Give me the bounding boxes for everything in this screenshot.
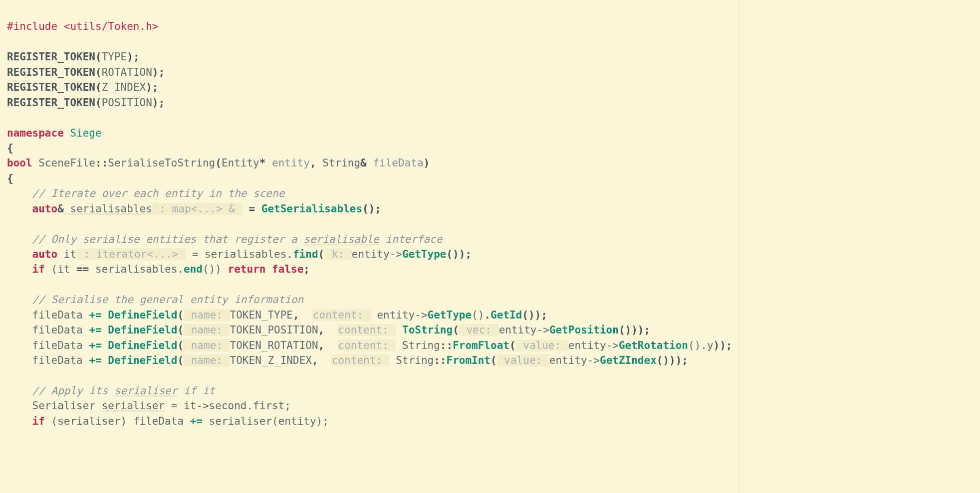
- brace: {: [7, 172, 13, 184]
- param-hint-name: name:: [184, 309, 230, 321]
- param-hint-content: content:: [312, 309, 371, 321]
- code-line: REGISTER_TOKEN(ROTATION);: [7, 66, 165, 78]
- space: [396, 324, 402, 336]
- scope-op: ::: [440, 339, 453, 351]
- macro-arg: ROTATION: [102, 66, 152, 78]
- call-end: ());: [522, 309, 547, 321]
- lhs: fileData: [7, 309, 89, 321]
- comment: interface: [379, 233, 442, 245]
- comma: ,: [318, 339, 337, 351]
- scope-op: ::: [434, 354, 446, 366]
- code-line: REGISTER_TOKEN(Z_INDEX);: [7, 81, 158, 93]
- comma: ,: [293, 309, 312, 321]
- code-line: REGISTER_TOKEN(TYPE);: [7, 51, 140, 63]
- fn-definefield: DefineField: [108, 339, 177, 351]
- code-line: if (serialiser) fileData += serialiser(e…: [7, 415, 329, 427]
- code-line: bool SceneFile::SerialiseToString(Entity…: [7, 157, 430, 169]
- paren-open: (: [177, 309, 184, 321]
- inline-type-hint: : map<...> &: [152, 203, 243, 215]
- var-it: it: [57, 248, 76, 260]
- lhs: fileData: [7, 339, 89, 351]
- expr: entity->: [352, 248, 402, 260]
- param-entity: entity: [265, 157, 310, 169]
- expr: [371, 309, 377, 321]
- comma: ,: [310, 157, 322, 169]
- param-hint-name: name:: [184, 324, 230, 336]
- brace: {: [7, 142, 13, 154]
- keyword-if: if: [32, 263, 45, 275]
- macro-call: REGISTER_TOKEN: [7, 97, 95, 109]
- call: (): [688, 339, 701, 351]
- macro-arg: TYPE: [102, 51, 127, 63]
- code-line: // Apply its serialiser if it: [7, 385, 215, 397]
- rhs: = it->second.first;: [165, 400, 291, 412]
- comment: // Serialise the general entity informat…: [7, 294, 303, 306]
- fn-definefield: DefineField: [108, 309, 177, 321]
- fn-getrotation: GetRotation: [619, 339, 688, 351]
- param-hint: k:: [324, 248, 352, 260]
- fn-end: end: [184, 263, 203, 275]
- cond: (it: [45, 263, 76, 275]
- code-editor: #include <utils/Token.h> REGISTER_TOKEN(…: [0, 0, 739, 493]
- punct: );: [146, 81, 158, 93]
- op-plus-eq: +=: [89, 354, 101, 366]
- space: [102, 339, 108, 351]
- amp: &: [57, 203, 64, 215]
- code-line: #include <utils/Token.h>: [7, 20, 158, 32]
- code-line: auto it : iterator<...> = serialisables.…: [7, 248, 472, 260]
- fn-gettype: GetType: [402, 248, 447, 260]
- punct: (: [95, 51, 102, 63]
- scope-op: ::: [95, 157, 108, 169]
- token-const: TOKEN_ROTATION: [230, 339, 318, 351]
- paren-close: ): [424, 157, 430, 169]
- fn-getposition: GetPosition: [549, 324, 619, 336]
- param-hint-value: value:: [497, 354, 549, 366]
- rhs: serialiser(entity);: [203, 415, 329, 427]
- punct: );: [152, 97, 165, 109]
- eqeq: ==: [76, 263, 89, 275]
- eq: =: [243, 203, 261, 215]
- call-end: ());: [446, 248, 472, 260]
- code-line: fileData += DefineField( name: TOKEN_ROT…: [7, 339, 733, 351]
- code-line: fileData += DefineField( name: TOKEN_POS…: [7, 324, 650, 336]
- call-end: ();: [362, 203, 381, 215]
- comma: ,: [318, 324, 337, 336]
- param-hint-vec: vec:: [459, 324, 499, 336]
- var-serialisables: serialisables: [64, 203, 152, 215]
- fn-gettype: GetType: [428, 309, 472, 321]
- space: [396, 339, 402, 351]
- param-hint-name: name:: [184, 354, 230, 366]
- fn-definefield: DefineField: [108, 324, 177, 336]
- comment: if it: [177, 385, 215, 397]
- keyword-auto: auto: [7, 203, 57, 215]
- fn-fromint: FromInt: [447, 354, 491, 366]
- param-hint-name: name:: [184, 339, 230, 351]
- class-name: SceneFile: [32, 157, 95, 169]
- code-line: // Only serialise entities that register…: [7, 233, 442, 245]
- code-line: namespace Siege: [7, 127, 102, 139]
- token-const: TOKEN_POSITION: [230, 324, 318, 336]
- macro-call: REGISTER_TOKEN: [7, 51, 95, 63]
- semi: ;: [303, 263, 310, 275]
- space: [390, 354, 396, 366]
- space: [102, 309, 108, 321]
- keyword-false: false: [272, 263, 303, 275]
- param-filedata: fileData: [367, 157, 424, 169]
- paren-open: (: [509, 339, 516, 351]
- macro-arg: POSITION: [102, 97, 152, 109]
- macro-call: REGISTER_TOKEN: [7, 81, 95, 93]
- op-plus-eq: +=: [89, 324, 101, 336]
- amp: &: [360, 157, 367, 169]
- comma: ,: [312, 354, 331, 366]
- include-path: <utils/Token.h>: [57, 20, 158, 32]
- star: *: [259, 157, 266, 169]
- type-serialiser: Serialiser: [7, 400, 102, 412]
- paren-open: (: [177, 339, 184, 351]
- comment: // Apply its: [7, 385, 114, 397]
- fn-getserialisables: GetSerialisables: [261, 203, 362, 215]
- indent: [7, 415, 32, 427]
- op-plus-eq: +=: [89, 339, 101, 351]
- token-const: TOKEN_Z_INDEX: [230, 354, 312, 366]
- punct: );: [152, 66, 165, 78]
- punct: );: [127, 51, 139, 63]
